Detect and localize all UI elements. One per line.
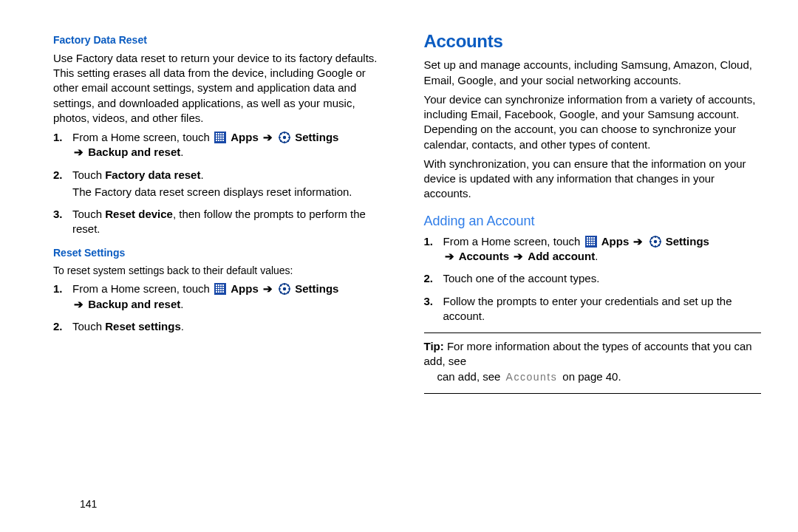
svg-rect-5 — [216, 135, 217, 137]
svg-rect-9 — [216, 137, 217, 139]
svg-rect-32 — [216, 287, 217, 288]
svg-rect-12 — [222, 137, 224, 139]
svg-rect-69 — [591, 244, 593, 245]
svg-rect-40 — [216, 291, 217, 293]
arrow-icon: ➔ — [262, 131, 274, 143]
step-3: 3. Touch Reset device, then follow the p… — [72, 207, 391, 237]
apps-icon — [214, 132, 226, 143]
apps-label: Apps — [601, 235, 630, 248]
apps-icon — [585, 236, 597, 248]
reset-settings-steps: 1. From a Home screen, touch Apps ➔ Sett… — [53, 282, 391, 334]
svg-rect-70 — [593, 244, 595, 245]
apps-label: Apps — [231, 282, 259, 295]
svg-rect-41 — [218, 291, 219, 293]
settings-icon — [649, 236, 661, 248]
heading-adding-account: Adding an Account — [424, 212, 762, 230]
heading-factory-data-reset: Factory Data Reset — [53, 33, 391, 47]
destination-label: Accounts — [459, 250, 509, 262]
svg-rect-38 — [220, 289, 222, 290]
settings-label: Settings — [666, 235, 709, 248]
step-1: 1. From a Home screen, touch Apps ➔ Sett… — [72, 282, 391, 312]
step-number: 1. — [424, 234, 434, 249]
step-3: 3. Follow the prompts to enter your cred… — [443, 294, 762, 324]
step-text: Follow the prompts to enter your credent… — [443, 295, 732, 322]
svg-rect-37 — [218, 289, 219, 290]
settings-label: Settings — [295, 282, 338, 295]
divider — [424, 393, 762, 394]
svg-rect-67 — [587, 244, 588, 245]
svg-rect-62 — [593, 239, 595, 241]
step-subtext: The Factory data reset screen displays r… — [72, 185, 391, 200]
svg-rect-64 — [589, 242, 590, 243]
svg-rect-3 — [220, 133, 222, 134]
svg-rect-36 — [216, 289, 217, 290]
accounts-p1: Set up and manage accounts, including Sa… — [424, 58, 762, 88]
divider — [424, 332, 762, 333]
heading-reset-settings: Reset Settings — [53, 246, 391, 260]
svg-rect-34 — [220, 287, 222, 288]
step-1: 1. From a Home screen, touch Apps ➔ Sett… — [443, 234, 762, 265]
svg-rect-66 — [593, 242, 595, 243]
svg-rect-35 — [222, 287, 224, 288]
step-number: 1. — [53, 130, 63, 145]
destination-label: Backup and reset — [88, 146, 180, 158]
svg-rect-60 — [589, 239, 590, 241]
tip-label: Tip: — [424, 340, 444, 352]
svg-rect-13 — [216, 140, 217, 141]
step-number: 1. — [53, 282, 63, 296]
cross-reference: Accounts — [504, 371, 560, 383]
step-number: 2. — [424, 271, 434, 286]
step-text: Touch one of the account types. — [443, 272, 600, 284]
step-1: 1. From a Home screen, touch Apps ➔ Sett… — [72, 130, 391, 160]
svg-rect-8 — [222, 135, 224, 137]
step-number: 2. — [53, 168, 63, 183]
step-number: 3. — [53, 207, 63, 222]
svg-rect-15 — [220, 140, 222, 141]
svg-rect-59 — [587, 239, 588, 241]
settings-icon — [279, 283, 290, 295]
svg-point-26 — [283, 136, 286, 139]
arrow-icon: ➔ — [72, 146, 85, 158]
apps-icon — [214, 283, 226, 295]
svg-rect-63 — [587, 242, 588, 243]
svg-rect-57 — [591, 237, 593, 239]
svg-rect-29 — [218, 284, 219, 286]
manual-page: Factory Data Reset Use Factory data rese… — [0, 0, 798, 532]
step-2: 2. Touch Factory data reset. The Factory… — [72, 168, 391, 200]
heading-accounts: Accounts — [424, 30, 762, 53]
svg-point-53 — [283, 287, 286, 290]
action-label: Reset device — [105, 208, 173, 220]
svg-rect-10 — [218, 137, 219, 139]
svg-rect-55 — [587, 237, 588, 239]
step-2: 2. Touch one of the account types. — [443, 271, 762, 286]
svg-rect-68 — [589, 244, 590, 245]
svg-point-80 — [653, 240, 656, 243]
step-number: 3. — [424, 294, 434, 309]
page-number: 141 — [80, 497, 97, 511]
step-text: Touch — [72, 168, 105, 181]
svg-rect-11 — [220, 137, 222, 139]
svg-rect-1 — [216, 133, 217, 134]
right-column: Accounts Set up and manage accounts, inc… — [424, 33, 762, 532]
step-text: From a Home screen, touch — [443, 235, 584, 248]
svg-rect-14 — [218, 140, 219, 141]
arrow-icon: ➔ — [443, 250, 456, 262]
accounts-p2: Your device can synchronize information … — [424, 92, 762, 152]
tip-text: For more information about the types of … — [424, 340, 752, 367]
arrow-icon: ➔ — [72, 298, 85, 310]
step-text: From a Home screen, touch — [72, 282, 213, 295]
arrow-icon: ➔ — [262, 282, 274, 295]
svg-rect-31 — [222, 284, 224, 286]
settings-label: Settings — [295, 131, 338, 143]
settings-icon — [279, 132, 290, 143]
tip-line2: can add, see Accounts on page 40. — [424, 370, 621, 383]
arrow-icon: ➔ — [512, 250, 525, 262]
factory-reset-intro: Use Factory data reset to return your de… — [53, 51, 391, 126]
svg-rect-65 — [591, 242, 593, 243]
accounts-p3: With synchronization, you can ensure tha… — [424, 157, 762, 202]
left-column: Factory Data Reset Use Factory data rese… — [53, 33, 391, 532]
svg-rect-58 — [593, 237, 595, 239]
step-text: Touch — [72, 208, 105, 220]
adding-account-steps: 1. From a Home screen, touch Apps ➔ Sett… — [424, 234, 762, 324]
svg-rect-7 — [220, 135, 222, 137]
